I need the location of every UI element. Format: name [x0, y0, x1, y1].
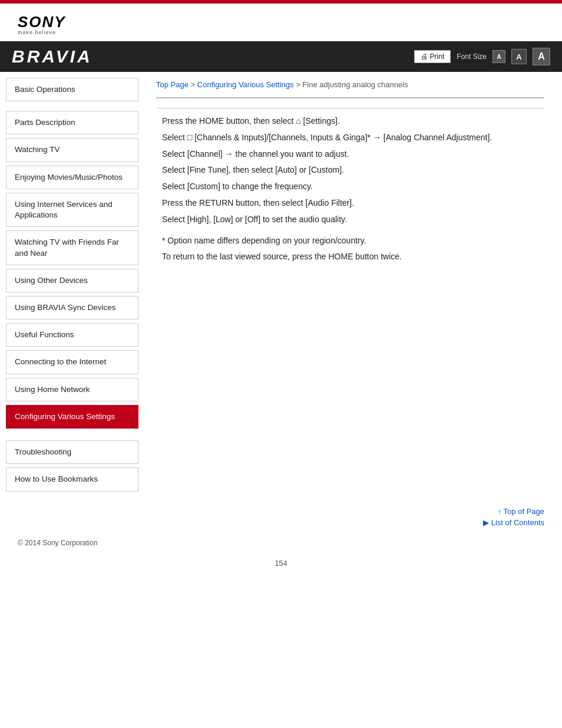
sidebar: Basic Operations Parts Description Watch…	[0, 72, 144, 501]
sidebar-item-basic-operations[interactable]: Basic Operations	[6, 78, 138, 101]
header-bar: BRAVIA 🖨 Print Font Size A A A	[0, 41, 562, 72]
sidebar-item-using-other[interactable]: Using Other Devices	[6, 269, 138, 292]
sidebar-item-configuring[interactable]: Configuring Various Settings	[6, 405, 138, 429]
sony-logo: SONY make.believe	[18, 14, 544, 35]
font-small-button[interactable]: A	[492, 50, 505, 63]
content-note: * Option name differs depending on your …	[162, 234, 538, 248]
breadcrumb: Top Page > Configuring Various Settings …	[156, 80, 544, 89]
list-of-contents-link[interactable]: List of Contents	[483, 518, 544, 527]
top-of-page-link[interactable]: Top of Page	[498, 507, 544, 516]
sidebar-item-how-to-use[interactable]: How to Use Bookmarks	[6, 467, 138, 491]
breadcrumb-top-page[interactable]: Top Page	[156, 80, 189, 89]
sidebar-item-using-home[interactable]: Using Home Network	[6, 378, 138, 401]
step-4: Select [Fine Tune], then select [Auto] o…	[162, 163, 538, 177]
step-5: Select [Custom] to change the frequency.	[162, 180, 538, 194]
page-number: 154	[0, 547, 562, 574]
header-controls: 🖨 Print Font Size A A A	[414, 48, 550, 65]
breadcrumb-current: Fine adjusting analog channels	[302, 80, 408, 89]
sidebar-item-watching-tv[interactable]: Watching TV	[6, 138, 138, 162]
font-medium-button[interactable]: A	[511, 49, 527, 64]
sidebar-item-using-internet[interactable]: Using Internet Services and Applications	[6, 193, 138, 227]
sidebar-item-using-bravia[interactable]: Using BRAVIA Sync Devices	[6, 296, 138, 319]
footer-nav: Top of Page List of Contents	[0, 501, 562, 533]
print-button[interactable]: 🖨 Print	[414, 50, 451, 63]
font-large-button[interactable]: A	[533, 48, 550, 65]
sidebar-item-watching-friends[interactable]: Watching TV with Friends Far and Near	[6, 230, 138, 265]
content-divider-top	[156, 97, 544, 98]
step-7: Select [High], [Low] or [Off] to set the…	[162, 213, 538, 227]
font-size-label: Font Size	[457, 52, 487, 61]
sidebar-item-connecting-internet[interactable]: Connecting to the Internet	[6, 350, 138, 374]
copyright: © 2014 Sony Corporation	[0, 533, 562, 547]
breadcrumb-configuring[interactable]: Configuring Various Settings	[197, 80, 294, 89]
sidebar-item-troubleshooting[interactable]: Troubleshooting	[6, 440, 138, 464]
sidebar-item-parts-description[interactable]: Parts Description	[6, 111, 138, 134]
step-3: Select [Channel] → the channel you want …	[162, 147, 538, 162]
print-icon: 🖨	[421, 52, 428, 61]
content-area: Top Page > Configuring Various Settings …	[144, 72, 562, 501]
step-6: Press the RETURN button, then select [Au…	[162, 196, 538, 210]
content-body: Press the HOME button, then select ⌂ [Se…	[156, 114, 544, 264]
content-divider-2	[156, 108, 544, 108]
content-return-note: To return to the last viewed source, pre…	[162, 250, 538, 264]
step-2: Select □ [Channels & Inputs]/[Channels, …	[162, 131, 538, 145]
step-1: Press the HOME button, then select ⌂ [Se…	[162, 114, 538, 129]
sidebar-item-enjoying-movies[interactable]: Enjoying Movies/Music/Photos	[6, 166, 138, 189]
sidebar-item-useful-functions[interactable]: Useful Functions	[6, 323, 138, 347]
bravia-title: BRAVIA	[12, 47, 92, 67]
